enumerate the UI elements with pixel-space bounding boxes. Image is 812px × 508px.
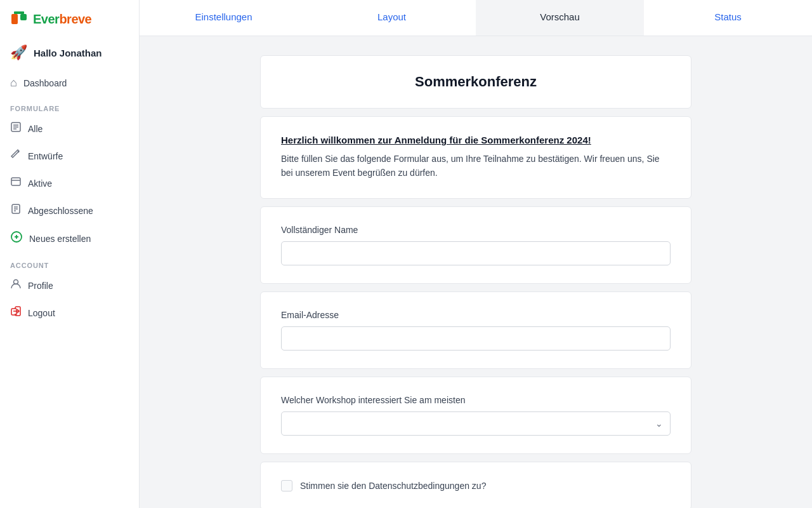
logo-icon [10, 10, 28, 28]
entwuerfe-icon [10, 149, 22, 163]
sidebar-item-logout-label: Logout [28, 308, 55, 318]
form-workshop-label: Welcher Workshop interessiert Sie am mei… [281, 395, 671, 405]
aktive-icon [10, 176, 22, 190]
section-account-label: ACCOUNT [0, 253, 139, 272]
sidebar: Everbreve 🚀 Hallo Jonathan ⌂ Dashboard F… [0, 0, 140, 508]
form-workshop-select-wrapper: ⌄ [281, 411, 671, 436]
logout-icon [10, 305, 22, 320]
form-title-card: Sommerkonferenz [260, 55, 691, 109]
user-greeting-text: Hallo Jonathan [34, 48, 102, 58]
alle-icon [10, 121, 22, 136]
sidebar-item-alle-label: Alle [28, 124, 43, 134]
svg-rect-18 [11, 309, 16, 315]
section-formulare-label: FORMULARE [0, 96, 139, 115]
form-workshop-card: Welcher Workshop interessiert Sie am mei… [260, 377, 691, 454]
form-datenschutz-row: Stimmen sie den Datenschutzbedingungen z… [281, 480, 671, 491]
sidebar-item-dashboard[interactable]: ⌂ Dashboard [0, 70, 139, 96]
tab-status[interactable]: Status [644, 0, 812, 36]
create-icon [10, 231, 23, 246]
form-email-input[interactable] [281, 326, 671, 351]
sidebar-item-neues-erstellen-label: Neues erstellen [29, 234, 91, 244]
rocket-icon: 🚀 [10, 44, 27, 61]
form-intro-text: Bitte füllen Sie das folgende Formular a… [281, 152, 671, 180]
form-email-card: Email-Adresse [260, 291, 691, 369]
form-intro-card: Herzlich willkommen zur Anmeldung für di… [260, 116, 691, 199]
profile-icon [10, 278, 22, 293]
form-name-label: Vollständiger Name [281, 225, 671, 235]
tab-layout[interactable]: Layout [308, 0, 476, 36]
form-preview: Sommerkonferenz Herzlich willkommen zur … [260, 55, 691, 489]
form-checkbox-card: Stimmen sie den Datenschutzbedingungen z… [260, 462, 691, 508]
sidebar-item-entwuerfe-label: Entwürfe [28, 151, 63, 161]
sidebar-item-aktive[interactable]: Aktive [0, 170, 139, 197]
form-workshop-select[interactable] [281, 411, 671, 436]
sidebar-item-alle[interactable]: Alle [0, 115, 139, 142]
dashboard-icon: ⌂ [10, 76, 17, 90]
sidebar-item-neues-erstellen[interactable]: Neues erstellen [0, 224, 139, 253]
sidebar-item-profile[interactable]: Profile [0, 272, 139, 299]
logo: Everbreve [0, 0, 139, 36]
sidebar-item-entwuerfe[interactable]: Entwürfe [0, 142, 139, 170]
form-title: Sommerkonferenz [281, 74, 671, 90]
form-email-label: Email-Adresse [281, 310, 671, 320]
sidebar-item-abgeschlossene-label: Abgeschlossene [28, 206, 93, 216]
form-datenschutz-checkbox[interactable] [281, 480, 292, 491]
sidebar-item-dashboard-label: Dashboard [23, 78, 67, 88]
form-name-input[interactable] [281, 241, 671, 265]
form-intro-heading: Herzlich willkommen zur Anmeldung für di… [281, 135, 671, 145]
tab-einstellungen[interactable]: Einstellungen [140, 0, 308, 36]
svg-rect-0 [11, 14, 18, 24]
sidebar-item-abgeschlossene[interactable]: Abgeschlossene [0, 197, 139, 224]
logo-text: Everbreve [33, 12, 91, 27]
svg-rect-1 [14, 11, 24, 14]
logo-ever: Ever [33, 12, 59, 26]
tab-vorschau[interactable]: Vorschau [476, 0, 644, 36]
user-greeting-item[interactable]: 🚀 Hallo Jonathan [0, 36, 139, 70]
logo-breve: breve [59, 12, 91, 26]
form-datenschutz-label: Stimmen sie den Datenschutzbedingungen z… [300, 481, 486, 491]
sidebar-item-profile-label: Profile [28, 281, 53, 291]
main-content: Einstellungen Layout Vorschau Status Som… [140, 0, 812, 508]
tabs-bar: Einstellungen Layout Vorschau Status [140, 0, 812, 36]
form-name-card: Vollständiger Name [260, 206, 691, 284]
abgeschlossene-icon [10, 203, 22, 218]
preview-area: Sommerkonferenz Herzlich willkommen zur … [140, 36, 812, 508]
svg-rect-8 [11, 178, 20, 185]
sidebar-item-logout[interactable]: Logout [0, 299, 139, 326]
svg-rect-2 [20, 14, 27, 20]
sidebar-item-aktive-label: Aktive [28, 178, 52, 189]
